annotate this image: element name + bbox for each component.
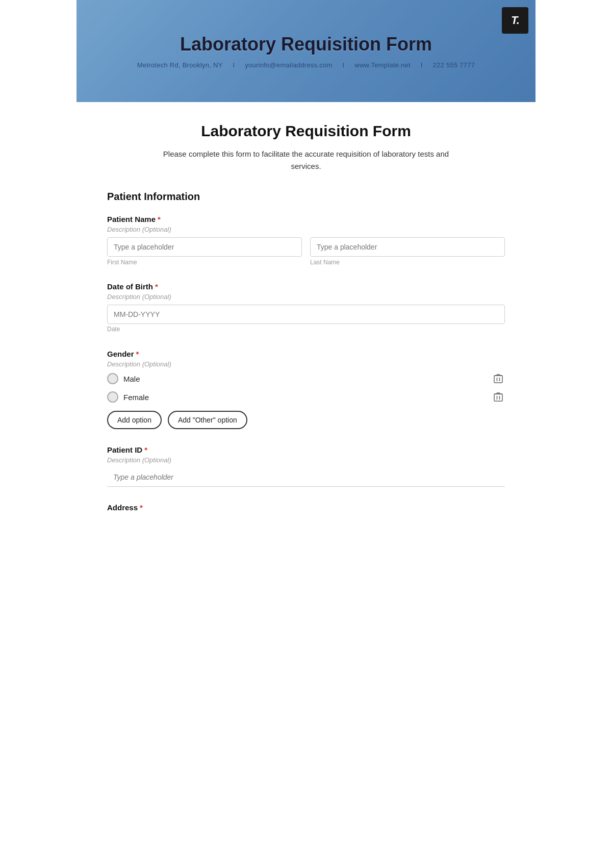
field-patient-name: Patient Name* Description (Optional) Fir… — [107, 215, 505, 266]
page-header: T. Laboratory Requisition Form Metrotech… — [76, 0, 536, 102]
female-radio[interactable] — [107, 391, 118, 403]
field-address: Address* — [107, 503, 505, 512]
header-sep3: I — [421, 61, 423, 69]
male-delete-icon[interactable] — [492, 372, 505, 385]
header-sep1: I — [233, 61, 235, 69]
first-name-sublabel: First Name — [107, 259, 302, 266]
header-contact: Metrotech Rd, Brooklyn, NY I yourinfo@em… — [133, 61, 479, 69]
gender-button-row: Add option Add "Other" option — [107, 411, 505, 429]
gender-option-male: Male — [107, 372, 505, 385]
form-description: Please complete this form to facilitate … — [148, 148, 464, 172]
field-patient-id: Patient ID* Description (Optional) — [107, 445, 505, 487]
header-sep2: I — [343, 61, 345, 69]
first-name-wrapper: First Name — [107, 237, 302, 266]
header-title: Laboratory Requisition Form — [180, 34, 432, 55]
dob-required-star: * — [155, 282, 158, 291]
gender-label: Gender* — [107, 350, 505, 358]
form-main-title: Laboratory Requisition Form — [107, 122, 505, 140]
patient-name-inputs: First Name Last Name — [107, 237, 505, 266]
add-option-button[interactable]: Add option — [107, 411, 162, 429]
gender-desc: Description (Optional) — [107, 360, 505, 368]
dob-label: Date of Birth* — [107, 282, 505, 291]
logo: T. — [502, 7, 528, 34]
field-gender: Gender* Description (Optional) Male — [107, 350, 505, 429]
logo-text: T. — [511, 14, 519, 27]
male-radio[interactable] — [107, 373, 118, 384]
male-label: Male — [123, 375, 140, 383]
main-content: Laboratory Requisition Form Please compl… — [76, 102, 536, 559]
patient-id-required-star: * — [144, 445, 147, 454]
last-name-wrapper: Last Name — [310, 237, 505, 266]
gender-option-female: Female — [107, 390, 505, 404]
gender-required-star: * — [136, 350, 139, 358]
header-address: Metrotech Rd, Brooklyn, NY — [137, 61, 223, 69]
female-label: Female — [123, 393, 149, 402]
svg-rect-0 — [494, 376, 502, 383]
section-patient-title: Patient Information — [107, 191, 505, 203]
first-name-input[interactable] — [107, 237, 302, 257]
patient-id-desc: Description (Optional) — [107, 456, 505, 464]
last-name-input[interactable] — [310, 237, 505, 257]
svg-rect-4 — [494, 394, 502, 401]
address-required-star: * — [140, 503, 143, 512]
patient-name-label: Patient Name* — [107, 215, 505, 224]
address-label: Address* — [107, 503, 505, 512]
female-delete-icon[interactable] — [492, 390, 505, 404]
add-other-option-button[interactable]: Add "Other" option — [168, 411, 247, 429]
patient-id-label: Patient ID* — [107, 445, 505, 454]
header-phone: 222 555 7777 — [433, 61, 475, 69]
patient-id-input[interactable] — [107, 468, 505, 487]
header-website: www.Template.net — [354, 61, 411, 69]
dob-desc: Description (Optional) — [107, 293, 505, 301]
dob-sublabel: Date — [107, 326, 120, 333]
dob-input[interactable] — [107, 305, 505, 324]
required-star: * — [158, 215, 161, 224]
last-name-sublabel: Last Name — [310, 259, 505, 266]
patient-name-desc: Description (Optional) — [107, 226, 505, 233]
field-date-of-birth: Date of Birth* Description (Optional) Da… — [107, 282, 505, 333]
header-email: yourinfo@emailaddress.com — [245, 61, 332, 69]
